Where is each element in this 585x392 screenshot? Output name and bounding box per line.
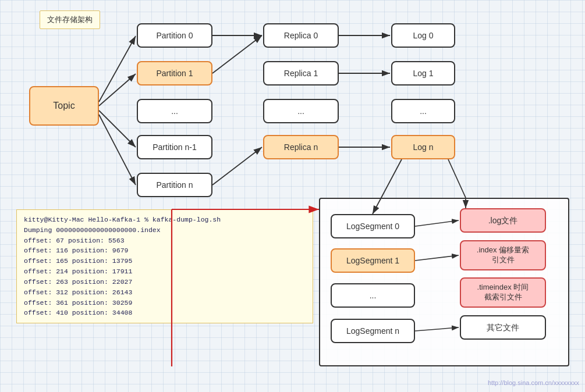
terminal-line-10: offset: 410 position: 34408 [24,308,306,318]
svg-line-8 [212,147,262,185]
log-0: Log 0 [391,23,455,48]
log-file: .log文件 [460,208,546,233]
partition-0: Partition 0 [137,23,212,48]
timeindex-file: .timeindex 时间 截索引文件 [460,277,546,308]
log-n: Log n [391,135,455,159]
other-files: 其它文件 [460,315,546,340]
svg-line-13 [448,159,466,198]
logsegment-1: LogSegment 1 [331,248,415,273]
terminal-line-1: kitty@Kitty-Mac Hello-Kafka-1 % kafka-du… [24,215,306,225]
logsegment-n: LogSegment n [331,319,415,343]
terminal-line-2: Dumping 00000000000000000000.index [24,225,306,236]
terminal-line-5: offset: 165 position: 13795 [24,256,306,266]
log-1: Log 1 [391,61,455,85]
terminal-line-6: offset: 214 position: 17911 [24,266,306,277]
terminal-box: kitty@Kitty-Mac Hello-Kafka-1 % kafka-du… [16,209,313,323]
watermark: http://blog.sina.com.cn/xxxxxxxx [488,379,579,386]
log-dots: ... [391,99,455,123]
svg-line-3 [99,74,136,106]
terminal-line-9: offset: 361 position: 30259 [24,298,306,308]
replica-n: Replica n [263,135,339,159]
replica-1: Replica 1 [263,61,339,85]
logsegment-dots: ... [331,283,415,308]
terminal-line-7: offset: 263 position: 22027 [24,277,306,287]
logsegment-0: LogSegment 0 [331,214,415,238]
topic-label: Topic [53,100,75,112]
replica-0: Replica 0 [263,23,339,48]
index-file: .index 偏移量索 引文件 [460,240,546,270]
terminal-line-3: offset: 67 position: 5563 [24,236,306,246]
file-structure-label: 文件存储架构 [40,10,100,29]
partition-dots: ... [137,99,212,123]
diagram-area: 文件存储架构 Topic Partition 0 Partition 1 ...… [0,0,585,392]
partition-1: Partition 1 [137,61,212,85]
svg-line-5 [99,115,136,185]
partition-n-1: Partition n-1 [137,135,212,159]
svg-line-7 [212,35,262,73]
partition-n: Partition n [137,173,212,197]
svg-line-2 [99,36,136,102]
svg-line-4 [99,111,136,147]
terminal-line-4: offset: 116 position: 9679 [24,245,306,256]
terminal-line-8: offset: 312 position: 26143 [24,287,306,298]
replica-dots: ... [263,99,339,123]
topic-box: Topic [29,86,99,126]
